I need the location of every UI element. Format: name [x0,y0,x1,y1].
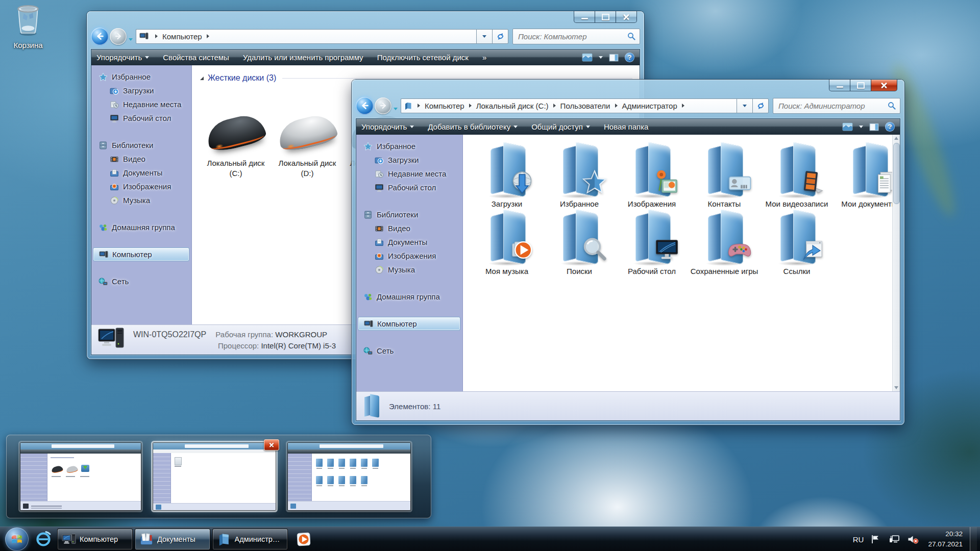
sidebar-item-libraries[interactable]: Библиотеки [356,208,462,221]
show-desktop-button[interactable] [970,527,977,551]
scrollbar-thumb[interactable] [893,143,900,204]
taskbar-button-документы[interactable]: Документы [135,529,210,550]
thumbnail-computer-window[interactable] [20,443,141,510]
folder-view[interactable]: ЗагрузкиИзбранноеИзображенияКонтактыМои … [463,135,892,391]
forward-button[interactable] [375,97,391,114]
folder-item-music[interactable]: Моя музыка [471,209,543,277]
toolbar-item[interactable]: » [482,53,486,62]
maximize-button[interactable] [595,11,616,23]
volume-muted-icon[interactable] [908,534,919,544]
views-icon[interactable] [582,53,593,62]
sidebar-item-recent-places[interactable]: Недавние места [91,97,191,111]
internet-explorer-button[interactable] [33,529,54,550]
help-button[interactable]: ? [885,122,895,132]
recycle-bin[interactable]: Корзина [5,3,51,49]
breadcrumb-segment[interactable]: Администратор [622,102,677,110]
address-dropdown-button[interactable] [737,98,753,113]
start-button[interactable] [5,528,29,551]
toolbar-item[interactable]: Добавить в библиотеку [428,122,518,131]
sidebar-item-downloads[interactable]: Загрузки [91,84,191,97]
folder-item-links[interactable]: Ссылки [761,209,832,277]
folder-item-games[interactable]: Сохраненные игры [689,209,760,277]
scroll-down-arrow[interactable] [894,386,898,389]
sidebar-item-desktop[interactable]: Рабочий стол [91,111,191,125]
folder-item-videos[interactable]: Мои видеозаписи [761,142,832,209]
close-button[interactable] [616,11,637,23]
administrator-window[interactable]: КомпьютерЛокальный диск (C:)Пользователи… [352,80,904,425]
sidebar-item-network[interactable]: Сеть [356,344,462,358]
sidebar-item-documents[interactable]: Документы [91,166,191,180]
breadcrumb-segment[interactable]: Пользователи [560,102,610,110]
scroll-up-arrow[interactable] [894,137,898,140]
search-input[interactable] [777,101,888,111]
toolbar-item[interactable]: Общий доступ [531,122,590,131]
views-icon[interactable] [842,122,853,131]
sidebar-item-music[interactable]: Музыка [91,193,191,207]
sidebar-item-libraries[interactable]: Библиотеки [91,138,191,152]
sidebar-item-video[interactable]: Видео [91,152,191,166]
search-box[interactable] [512,29,640,44]
minimize-button[interactable] [574,11,595,23]
breadcrumb-segment[interactable]: Компьютер [425,102,464,110]
network-icon[interactable] [889,534,900,544]
toolbar-item[interactable]: Новая папка [604,122,648,131]
maximize-button[interactable] [850,80,871,91]
folder-item-pictures[interactable]: Изображения [616,142,688,209]
language-indicator[interactable]: RU [853,535,864,544]
action-center-flag-icon[interactable] [871,534,882,544]
sidebar-item-computer[interactable]: Компьютер [358,317,460,331]
sidebar-item-favorites[interactable]: Избранное [91,70,191,84]
thumbnail-close-button[interactable] [264,439,279,450]
sidebar-item-music[interactable]: Музыка [356,263,462,277]
folder-item-downloads[interactable]: Загрузки [471,142,543,209]
toolbar-item[interactable]: Удалить или изменить программу [243,53,363,62]
address-location[interactable]: Компьютер [162,32,202,41]
sidebar-item-downloads[interactable]: Загрузки [356,153,462,167]
thumbnail-documents-window[interactable] [153,443,276,510]
close-button[interactable] [871,80,897,91]
drive-item[interactable]: Локальный диск(C:) [202,109,270,178]
folder-item-favorites[interactable]: Избранное [544,142,615,209]
minimize-button[interactable] [829,80,850,91]
sidebar-item-homegroup[interactable]: Домашняя группа [91,220,191,234]
refresh-button[interactable] [492,29,508,44]
toolbar-item[interactable]: Упорядочить [361,122,414,131]
vertical-scrollbar[interactable] [892,135,900,391]
sidebar-item-recent-places[interactable]: Недавние места [356,167,462,181]
back-button[interactable] [356,97,374,115]
address-bar[interactable]: Компьютер [136,29,477,44]
sidebar-item-desktop[interactable]: Рабочий стол [356,181,462,194]
search-input[interactable] [517,32,627,41]
breadcrumb[interactable]: КомпьютерЛокальный диск (C:)Пользователи… [401,98,737,113]
address-dropdown-button[interactable] [476,29,493,44]
folder-item-desktop[interactable]: Рабочий стол [616,209,688,277]
forward-button[interactable] [110,28,127,45]
sidebar-item-pictures[interactable]: Изображения [356,249,462,263]
search-box[interactable] [773,98,900,114]
sidebar-item-pictures[interactable]: Изображения [91,180,191,193]
recent-pages-chevron[interactable] [129,38,133,41]
toolbar-item[interactable]: Подключить сетевой диск [377,53,469,62]
refresh-button[interactable] [752,98,769,113]
clock[interactable]: 20:32 27.07.2021 [928,529,963,549]
folder-item-search[interactable]: Поиски [544,209,615,277]
preview-pane-icon[interactable] [869,123,879,131]
folder-item-contacts[interactable]: Контакты [689,142,760,209]
sidebar-item-documents[interactable]: Документы [356,235,462,249]
sidebar-item-network[interactable]: Сеть [91,274,191,288]
views-dropdown-caret[interactable] [599,56,603,59]
back-button[interactable] [91,28,109,45]
taskbar-button-компьютер[interactable]: Компьютер [57,529,133,550]
sidebar-item-video[interactable]: Видео [356,221,462,235]
views-dropdown-caret[interactable] [859,126,863,128]
thumbnail-administrator-window[interactable] [288,443,410,510]
sidebar-item-favorites[interactable]: Избранное [356,139,462,153]
drive-item[interactable]: Локальный диск(D:) [274,109,341,178]
taskbar-button-администра-[interactable]: Администра… [212,529,288,550]
folder-item-documents[interactable]: Мои документы [834,142,892,209]
breadcrumb-segment[interactable]: Локальный диск (C:) [476,102,549,110]
toolbar-item[interactable]: Упорядочить [96,53,149,62]
sidebar-item-computer[interactable]: Компьютер [93,247,189,261]
preview-pane-icon[interactable] [609,54,619,62]
recent-pages-chevron[interactable] [394,108,398,110]
